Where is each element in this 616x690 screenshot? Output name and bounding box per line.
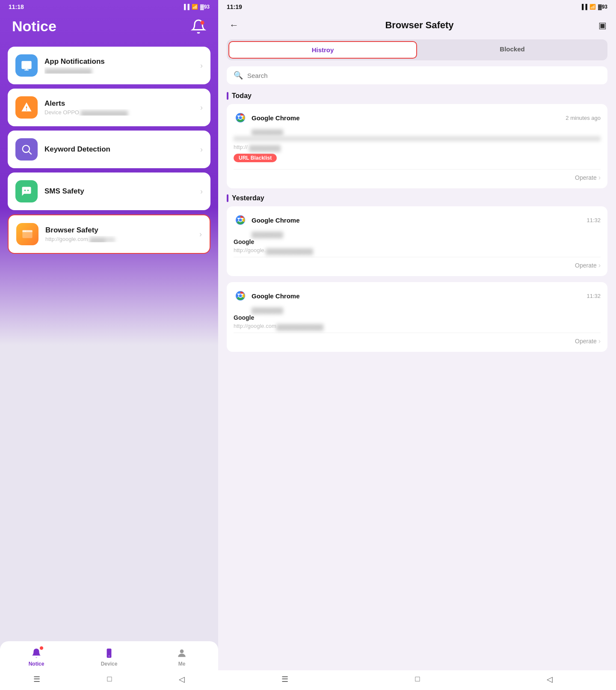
- sms-safety-text: SMS Safety: [44, 187, 193, 196]
- home-button[interactable]: □: [107, 675, 112, 684]
- card-yesterday-1-time: 11:32: [586, 217, 601, 223]
- right-scroll-area[interactable]: Histroy Blocked 🔍 Today: [218, 39, 616, 670]
- right-wifi-icon: 📶: [589, 4, 596, 10]
- svg-line-8: [29, 152, 31, 154]
- menu-list: App Notifications ████████████ › Alerts …: [0, 47, 218, 641]
- nav-item-device[interactable]: Device: [92, 647, 126, 667]
- browser-safety-icon: [16, 223, 38, 245]
- svg-rect-15: [107, 648, 112, 658]
- menu-item-keyword-detection[interactable]: Keyword Detection ›: [8, 131, 210, 168]
- right-back-button[interactable]: ◁: [547, 675, 553, 684]
- svg-point-17: [180, 649, 184, 653]
- section-today-label: Today: [227, 92, 607, 100]
- card-today-app-name: Google Chrome: [252, 114, 561, 122]
- tab-bar: Histroy Blocked: [227, 39, 607, 60]
- card-today-desc: [234, 136, 601, 141]
- keyword-detection-title: Keyword Detection: [44, 145, 193, 154]
- svg-point-7: [23, 146, 30, 152]
- menu-item-alerts[interactable]: Alerts Device OPPO ████████████ ›: [8, 89, 210, 126]
- operate-button-yesterday-1[interactable]: Operate: [575, 262, 597, 269]
- left-system-bar: ☰ □ ◁: [0, 670, 218, 690]
- alerts-title: Alerts: [44, 99, 193, 108]
- operate-button-yesterday-2[interactable]: Operate: [575, 338, 597, 345]
- right-panel: 11:19 ▐▐ 📶 ▓93 ← Browser Safety ▣ Histro…: [218, 0, 616, 690]
- wifi-icon: 📶: [192, 4, 198, 10]
- right-menu-button[interactable]: ☰: [281, 675, 288, 684]
- alerts-icon: [15, 96, 38, 119]
- left-time: 11:18: [9, 3, 24, 10]
- url-blacklist-badge: URL Blacklist: [234, 154, 277, 162]
- app-notifications-icon: [15, 54, 38, 77]
- left-status-icons: ▐▐ 📶 ▓93: [182, 4, 210, 10]
- operate-button-today-1[interactable]: Operate: [575, 174, 597, 181]
- card-yesterday-2-sitename: Google: [234, 314, 601, 321]
- menu-item-app-notifications[interactable]: App Notifications ████████████ ›: [8, 47, 210, 84]
- chevron-right-icon: ›: [199, 230, 202, 239]
- notice-badge: [39, 646, 44, 650]
- menu-button[interactable]: ☰: [33, 675, 40, 684]
- chevron-right-icon: ›: [200, 61, 203, 70]
- sms-safety-title: SMS Safety: [44, 187, 193, 196]
- svg-point-13: [24, 231, 24, 232]
- app-notifications-title: App Notifications: [44, 57, 193, 66]
- chevron-right-icon: ›: [200, 187, 203, 196]
- keyword-detection-text: Keyword Detection: [44, 145, 193, 154]
- tab-blocked[interactable]: Blocked: [419, 41, 606, 59]
- bell-icon[interactable]: [191, 19, 206, 34]
- search-input[interactable]: [247, 72, 601, 79]
- tab-history[interactable]: Histroy: [228, 41, 417, 59]
- svg-point-9: [24, 190, 26, 191]
- card-yesterday-1-operate-row: Operate ›: [234, 257, 601, 269]
- app-notifications-subtitle: ████████████: [44, 67, 173, 74]
- right-status-icons: ▐▐ 📶 ▓93: [580, 4, 607, 10]
- device-nav-label: Device: [101, 661, 118, 667]
- section-yesterday-label: Yesterday: [227, 194, 607, 202]
- section-bar: [227, 194, 228, 202]
- browser-safety-text: Browser Safety http://google.com ████: [45, 226, 192, 242]
- chevron-right-icon: ›: [200, 103, 203, 112]
- me-nav-icon: [176, 647, 188, 659]
- svg-point-0: [201, 21, 204, 24]
- menu-item-sms-safety[interactable]: SMS Safety ›: [8, 172, 210, 210]
- search-bar: 🔍: [227, 66, 607, 84]
- right-system-bar: ☰ □ ◁: [218, 670, 616, 690]
- nav-item-me[interactable]: Me: [165, 647, 199, 667]
- tablet-icon[interactable]: ▣: [598, 20, 607, 30]
- card-yesterday-1-sitename: Google: [234, 238, 601, 245]
- card-yesterday-1-header: Google Chrome 11:32: [234, 213, 601, 227]
- search-icon: 🔍: [234, 71, 243, 80]
- card-today-operate-row: Operate ›: [234, 169, 601, 181]
- signal-icon: ▐▐: [182, 4, 190, 10]
- section-yesterday-title: Yesterday: [232, 194, 264, 202]
- notice-nav-icon: [30, 647, 42, 659]
- svg-point-16: [109, 655, 110, 656]
- card-today-header: Google Chrome 2 minutes ago: [234, 111, 601, 125]
- history-card-today-1: Google Chrome 2 minutes ago ████████ htt…: [227, 104, 607, 188]
- section-bar: [227, 92, 228, 100]
- browser-safety-subtitle: http://google.com ████: [45, 236, 174, 242]
- chrome-icon: [234, 111, 247, 125]
- history-card-yesterday-2: Google Chrome 11:32 ████████ Google http…: [227, 282, 607, 352]
- page-title: Notice: [12, 18, 56, 35]
- card-yesterday-2-operate-row: Operate ›: [234, 333, 601, 345]
- left-status-bar: 11:18 ▐▐ 📶 ▓93: [0, 0, 218, 14]
- card-yesterday-2-url: http://google.com████████████: [234, 323, 601, 329]
- back-button[interactable]: ◁: [179, 675, 185, 684]
- back-button[interactable]: ←: [228, 18, 240, 33]
- chrome-icon: [234, 213, 247, 227]
- chevron-right-icon: ›: [200, 145, 203, 154]
- left-header: Notice: [0, 14, 218, 47]
- nav-item-notice[interactable]: Notice: [19, 647, 53, 667]
- card-yesterday-2-header: Google Chrome 11:32: [234, 289, 601, 303]
- card-yesterday-1-app-name: Google Chrome: [252, 217, 582, 224]
- card-today-url: http:// ████████: [234, 144, 601, 150]
- card-today-subtitle: ████████: [252, 128, 601, 134]
- card-yesterday-1-url: http://google.████████████: [234, 247, 601, 253]
- right-header: ← Browser Safety ▣: [218, 14, 616, 39]
- browser-safety-title: Browser Safety: [45, 226, 192, 235]
- svg-point-10: [27, 190, 29, 191]
- section-today-title: Today: [232, 92, 252, 100]
- right-home-button[interactable]: □: [415, 675, 420, 684]
- device-nav-icon: [103, 647, 115, 659]
- menu-item-browser-safety[interactable]: Browser Safety http://google.com ████ ›: [8, 214, 210, 254]
